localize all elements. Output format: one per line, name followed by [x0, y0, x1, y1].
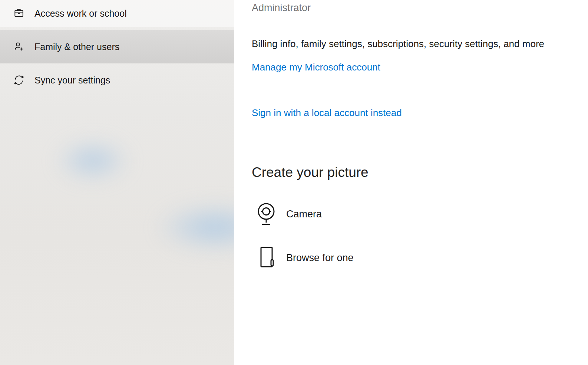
manage-microsoft-account-link[interactable]: Manage my Microsoft account	[252, 62, 380, 73]
your-info-content: Administrator Billing info, family setti…	[234, 0, 588, 365]
sidebar-item-label: Sync your settings	[34, 75, 110, 86]
create-picture-heading: Create your picture	[252, 165, 566, 180]
sync-icon	[13, 74, 25, 86]
person-add-icon	[13, 41, 25, 53]
browse-file-icon	[256, 246, 277, 270]
camera-option-label: Camera	[286, 208, 322, 220]
sidebar-nav: Access work or school Family & other use…	[0, 0, 234, 97]
camera-option[interactable]: Camera	[256, 202, 566, 226]
background-blur-blob	[156, 203, 234, 251]
picture-options: Camera Browse for one	[252, 202, 566, 270]
account-role-label: Administrator	[252, 2, 566, 14]
sidebar-item-family-other-users[interactable]: Family & other users	[0, 30, 234, 63]
sidebar-item-label: Access work or school	[34, 8, 127, 19]
sidebar-item-sync-your-settings[interactable]: Sync your settings	[0, 63, 234, 97]
briefcase-icon	[13, 7, 25, 19]
browse-option-label: Browse for one	[286, 252, 354, 264]
browse-for-one-option[interactable]: Browse for one	[256, 246, 566, 270]
background-blur-blob	[56, 140, 130, 181]
settings-sidebar: Access work or school Family & other use…	[0, 0, 234, 365]
sidebar-item-access-work-or-school[interactable]: Access work or school	[0, 0, 234, 27]
sidebar-item-label: Family & other users	[34, 42, 119, 52]
sign-in-local-account-link[interactable]: Sign in with a local account instead	[252, 107, 402, 119]
account-description: Billing info, family settings, subscript…	[252, 37, 565, 51]
camera-icon	[256, 202, 277, 226]
